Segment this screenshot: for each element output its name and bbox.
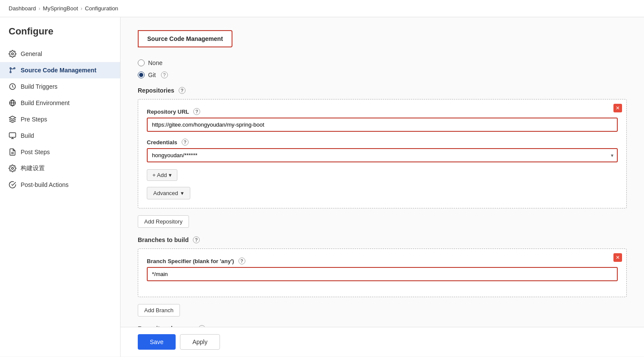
sidebar-item-post-build[interactable]: Post-build Actions bbox=[0, 177, 120, 193]
post-build-icon bbox=[9, 181, 16, 189]
branch-specifier-field: Branch Specifier (blank for 'any') ? bbox=[147, 258, 618, 281]
settings-icon bbox=[9, 165, 16, 172]
close-branch-button[interactable]: ✕ bbox=[613, 253, 622, 262]
breadcrumb: Dashboard › MySpringBoot › Configuration bbox=[0, 0, 644, 17]
branch-icon bbox=[9, 66, 16, 74]
radio-none-option[interactable]: None bbox=[138, 59, 627, 66]
git-help-icon[interactable]: ? bbox=[161, 71, 168, 78]
add-credentials-label: + Add bbox=[152, 172, 167, 178]
branch-specifier-help-icon[interactable]: ? bbox=[238, 258, 245, 264]
sidebar-label-construct-settings: 构建设置 bbox=[21, 165, 45, 172]
svg-point-0 bbox=[12, 53, 14, 55]
sidebar-item-construct-settings[interactable]: 构建设置 bbox=[0, 160, 120, 177]
sidebar-label-build-environment: Build Environment bbox=[21, 99, 70, 106]
action-buttons-bar: Save Apply bbox=[121, 327, 644, 357]
advanced-button[interactable]: Advanced ▾ bbox=[147, 187, 190, 199]
sidebar-label-pre-steps: Pre Steps bbox=[21, 116, 47, 123]
add-credentials-button[interactable]: + Add ▾ bbox=[147, 169, 177, 181]
branches-help-icon[interactable]: ? bbox=[193, 236, 200, 243]
close-repository-button[interactable]: ✕ bbox=[613, 104, 622, 112]
radio-none-label: None bbox=[148, 59, 162, 66]
sidebar-title: Configure bbox=[0, 26, 120, 46]
svg-rect-6 bbox=[9, 133, 16, 137]
sidebar-item-pre-steps[interactable]: Pre Steps bbox=[0, 111, 120, 127]
repositories-label: Repositories ? bbox=[138, 87, 627, 94]
sidebar-item-source-code[interactable]: Source Code Management bbox=[0, 62, 120, 78]
globe-icon bbox=[9, 99, 16, 107]
radio-git-label: Git bbox=[148, 71, 156, 78]
add-branch-label: Add Branch bbox=[144, 307, 173, 314]
svg-point-3 bbox=[10, 71, 11, 73]
radio-none-input[interactable] bbox=[138, 59, 145, 66]
sidebar-item-build-triggers[interactable]: Build Triggers bbox=[0, 78, 120, 95]
branch-box: ✕ Branch Specifier (blank for 'any') ? bbox=[138, 248, 627, 297]
svg-point-9 bbox=[12, 168, 14, 170]
repository-url-label: Repository URL ? bbox=[147, 108, 618, 115]
add-repository-label: Add Repository bbox=[144, 218, 183, 225]
credentials-select[interactable]: hongyoudan/****** bbox=[147, 148, 618, 162]
sidebar-label-post-steps: Post Steps bbox=[21, 149, 50, 155]
breadcrumb-sep-1: › bbox=[39, 6, 40, 12]
main-content: Source Code Management None Git ? Reposi… bbox=[121, 17, 644, 327]
repo-url-help-icon[interactable]: ? bbox=[193, 108, 200, 115]
save-button[interactable]: Save bbox=[138, 334, 176, 350]
breadcrumb-sep-2: › bbox=[80, 6, 82, 12]
apply-button[interactable]: Apply bbox=[180, 334, 220, 350]
sidebar-label-source-code: Source Code Management bbox=[21, 67, 96, 74]
scm-radio-group: None Git ? bbox=[138, 59, 627, 78]
branch-specifier-label: Branch Specifier (blank for 'any') ? bbox=[147, 258, 618, 264]
add-chevron-icon: ▾ bbox=[169, 172, 172, 178]
credentials-label: Credentials ? bbox=[147, 139, 618, 146]
gear-icon bbox=[9, 50, 16, 58]
advanced-label: Advanced bbox=[153, 190, 178, 196]
add-repository-button[interactable]: Add Repository bbox=[138, 215, 189, 228]
repository-url-input[interactable] bbox=[147, 118, 618, 132]
branch-specifier-input[interactable] bbox=[147, 267, 618, 281]
radio-git-option[interactable]: Git ? bbox=[138, 71, 627, 78]
credentials-help-icon[interactable]: ? bbox=[182, 139, 189, 146]
repositories-help-icon[interactable]: ? bbox=[179, 87, 186, 94]
sidebar-item-build-environment[interactable]: Build Environment bbox=[0, 95, 120, 111]
sidebar-label-post-build: Post-build Actions bbox=[21, 181, 68, 188]
build-icon bbox=[9, 132, 16, 140]
branches-label: Branches to build ? bbox=[138, 236, 627, 243]
tab-source-code-management[interactable]: Source Code Management bbox=[138, 30, 232, 47]
sidebar-item-build[interactable]: Build bbox=[0, 127, 120, 144]
sidebar-item-general[interactable]: General bbox=[0, 46, 120, 62]
radio-git-input[interactable] bbox=[138, 71, 145, 78]
sidebar-label-build-triggers: Build Triggers bbox=[21, 83, 58, 90]
breadcrumb-dashboard[interactable]: Dashboard bbox=[9, 5, 36, 12]
credentials-field: Credentials ? hongyoudan/****** ▾ bbox=[147, 139, 618, 162]
advanced-chevron-icon: ▾ bbox=[181, 190, 184, 196]
repository-url-field: Repository URL ? bbox=[147, 108, 618, 132]
sidebar-label-general: General bbox=[21, 50, 42, 57]
post-icon bbox=[9, 148, 16, 156]
credentials-select-wrapper: hongyoudan/****** ▾ bbox=[147, 148, 618, 162]
clock-icon bbox=[9, 83, 16, 90]
sidebar: Configure General Source Code Management bbox=[0, 17, 121, 357]
add-branch-button[interactable]: Add Branch bbox=[138, 304, 180, 317]
sidebar-label-build: Build bbox=[21, 132, 34, 139]
sidebar-item-post-steps[interactable]: Post Steps bbox=[0, 144, 120, 160]
breadcrumb-current: Configuration bbox=[85, 5, 118, 12]
tab-bar: Source Code Management bbox=[138, 30, 627, 47]
repository-box: ✕ Repository URL ? Credentials ? bbox=[138, 99, 627, 208]
steps-icon bbox=[9, 115, 16, 123]
breadcrumb-project[interactable]: MySpringBoot bbox=[43, 5, 78, 12]
